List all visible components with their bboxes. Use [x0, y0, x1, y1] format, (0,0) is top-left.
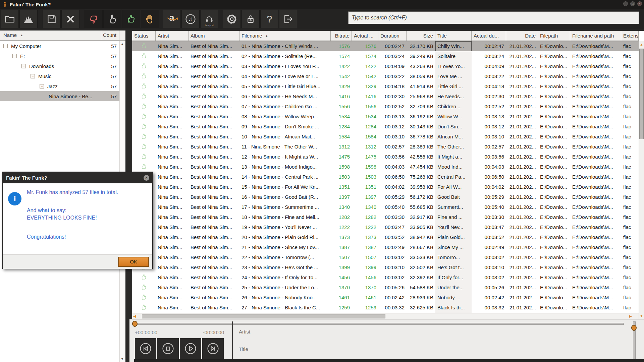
- cell-ext[interactable]: flac: [621, 41, 639, 51]
- table-row[interactable]: Nina Sim...Best of Nina Sim...14 - Nina …: [132, 172, 639, 182]
- cell-size[interactable]: 43.268 KB: [407, 61, 435, 71]
- cell-size[interactable]: 28.939 KB: [407, 293, 435, 303]
- cell-filepath[interactable]: E:\Downlo...: [538, 212, 570, 222]
- cell-size[interactable]: 28.667 KB: [407, 242, 435, 252]
- cell-actual[interactable]: 1312: [352, 142, 378, 152]
- cell-actual_duration[interactable]: 00:03:02: [472, 273, 506, 283]
- cell-size[interactable]: 32.709 KB: [407, 102, 435, 112]
- cell-duration[interactable]: 00:05:40: [378, 202, 407, 212]
- cell-bitrate[interactable]: 1534: [331, 112, 352, 122]
- cell-actual[interactable]: 1399: [352, 262, 378, 273]
- cell-actual_duration[interactable]: 00:04:09: [472, 61, 506, 71]
- cell-date[interactable]: 21.01.202...: [506, 232, 538, 242]
- cell-ext[interactable]: flac: [621, 152, 639, 162]
- scroll-down-icon[interactable]: ▼: [639, 314, 644, 318]
- cell-actual[interactable]: 1556: [352, 102, 378, 112]
- collapse-icon[interactable]: −: [31, 74, 35, 78]
- cell-title[interactable]: Under the...: [435, 283, 472, 293]
- cell-artist[interactable]: Nina Sim...: [156, 222, 189, 232]
- cell-actual_duration[interactable]: 00:03:32: [472, 303, 506, 313]
- cell-actual_duration[interactable]: 00:03:52: [472, 232, 506, 242]
- cell-title[interactable]: Black Is th...: [435, 303, 472, 313]
- collapse-icon[interactable]: −: [21, 64, 26, 68]
- cell-filepath[interactable]: E:\Downlo...: [538, 51, 570, 61]
- cell-artist[interactable]: Nina Sim...: [156, 273, 189, 283]
- cell-actual_duration[interactable]: 00:03:22: [472, 71, 506, 81]
- cell-artist[interactable]: Nina Sim...: [156, 41, 189, 51]
- cell-title[interactable]: Nobody ...: [435, 293, 472, 303]
- cell-size[interactable]: 47.454 KB: [407, 162, 435, 172]
- spectrum-button[interactable]: [19, 10, 38, 28]
- cell-ext[interactable]: flac: [621, 51, 639, 61]
- cell-status[interactable]: [132, 293, 156, 303]
- tree-item[interactable]: −Jazz57: [0, 81, 119, 91]
- cell-artist[interactable]: Nina Sim...: [156, 262, 189, 273]
- cell-filepath[interactable]: E:\Downlo...: [538, 232, 570, 242]
- cell-fullpath[interactable]: E:\Downloads\M...: [570, 262, 621, 273]
- cell-fullpath[interactable]: E:\Downloads\M...: [570, 162, 621, 172]
- cell-bitrate[interactable]: 1329: [331, 81, 352, 92]
- table-row[interactable]: Nina Sim...Best of Nina Sim...26 - Nina …: [132, 293, 639, 303]
- cell-fullpath[interactable]: E:\Downloads\M...: [570, 61, 621, 71]
- cell-bitrate[interactable]: 1222: [331, 222, 352, 232]
- scroll-up-icon[interactable]: ▲: [639, 43, 644, 46]
- cell-album[interactable]: Best of Nina Sim...: [189, 192, 239, 202]
- cell-date[interactable]: 21.01.202...: [506, 81, 538, 92]
- cell-duration[interactable]: 00:02:42: [378, 293, 407, 303]
- cell-actual_duration[interactable]: 00:04:02: [472, 182, 506, 192]
- column-header-filepath[interactable]: Filepath: [538, 31, 570, 41]
- cell-actual[interactable]: 1282: [352, 212, 378, 222]
- beatport-button[interactable]: beatport: [200, 10, 218, 28]
- cell-actual[interactable]: 1284: [352, 122, 378, 132]
- tree-item[interactable]: −E:57: [0, 51, 119, 61]
- table-row[interactable]: Nina Sim...Best of Nina Sim...05 - Nina …: [132, 81, 639, 92]
- cell-bitrate[interactable]: 1399: [331, 262, 352, 273]
- cell-actual[interactable]: 1222: [352, 222, 378, 232]
- cell-ext[interactable]: flac: [621, 102, 639, 112]
- cell-filepath[interactable]: E:\Downlo...: [538, 222, 570, 232]
- cell-album[interactable]: Best of Nina Sim...: [189, 162, 239, 172]
- cell-filepath[interactable]: E:\Downlo...: [538, 81, 570, 92]
- cell-date[interactable]: 21.01.202...: [506, 242, 538, 252]
- cell-filepath[interactable]: E:\Downlo...: [538, 112, 570, 122]
- cell-title[interactable]: Since My ...: [435, 242, 472, 252]
- table-row[interactable]: Nina Sim...Best of Nina Sim...24 - Nina …: [132, 273, 639, 283]
- next-button[interactable]: [202, 338, 224, 359]
- table-row[interactable]: Nina Sim...Best of Nina Sim...10 - Nina …: [132, 132, 639, 142]
- cell-date[interactable]: 21.01.202...: [506, 61, 538, 71]
- cell-actual_duration[interactable]: 00:02:52: [472, 102, 506, 112]
- table-vertical-scrollbar[interactable]: ▲ ▼: [639, 41, 644, 319]
- cell-filepath[interactable]: E:\Downlo...: [538, 182, 570, 192]
- cell-filename[interactable]: 22 - Nina Simone - Tomorrow (...: [239, 252, 331, 262]
- cell-ext[interactable]: flac: [621, 162, 639, 172]
- cell-date[interactable]: 21.01.202...: [506, 102, 538, 112]
- cell-artist[interactable]: Nina Sim...: [156, 61, 189, 71]
- cell-artist[interactable]: Nina Sim...: [156, 172, 189, 182]
- column-header-artist[interactable]: Artist: [156, 31, 189, 41]
- cell-size[interactable]: 75.268 KB: [407, 172, 435, 182]
- cell-actual_duration[interactable]: 00:02:49: [472, 242, 506, 252]
- table-row[interactable]: Nina Sim...Best of Nina Sim...19 - Nina …: [132, 222, 639, 232]
- cell-date[interactable]: 21.01.202...: [506, 202, 538, 212]
- cell-fullpath[interactable]: E:\Downloads\M...: [570, 283, 621, 293]
- cell-title[interactable]: Little Girl ...: [435, 81, 472, 92]
- column-header-album[interactable]: Album: [189, 31, 239, 41]
- cell-album[interactable]: Best of Nina Sim...: [189, 81, 239, 92]
- cell-bitrate[interactable]: 1556: [331, 102, 352, 112]
- cell-filepath[interactable]: E:\Downlo...: [538, 122, 570, 132]
- cell-filepath[interactable]: E:\Downlo...: [538, 242, 570, 252]
- cell-date[interactable]: 21.01.202...: [506, 92, 538, 102]
- cell-filepath[interactable]: E:\Downlo...: [538, 152, 570, 162]
- cell-fullpath[interactable]: E:\Downloads\M...: [570, 112, 621, 122]
- tree-item[interactable]: Nina Simone - Be...57: [0, 91, 119, 101]
- cell-title[interactable]: Plain Gold...: [435, 232, 472, 242]
- scroll-down-icon[interactable]: ▼: [120, 357, 125, 361]
- cell-ext[interactable]: flac: [621, 192, 639, 202]
- cell-filepath[interactable]: E:\Downlo...: [538, 162, 570, 172]
- cell-duration[interactable]: 00:05:29: [378, 192, 407, 202]
- cell-date[interactable]: 21.01.202...: [506, 162, 538, 172]
- cell-artist[interactable]: Nina Sim...: [156, 303, 189, 313]
- cell-ext[interactable]: flac: [621, 71, 639, 81]
- cell-actual[interactable]: 1397: [352, 192, 378, 202]
- cell-actual[interactable]: 1422: [352, 61, 378, 71]
